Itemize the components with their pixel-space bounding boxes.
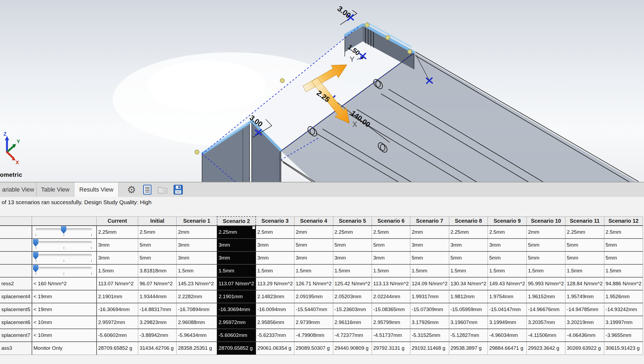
- value-cell[interactable]: 29440.90809 g: [333, 342, 372, 355]
- parameter-slider[interactable]: [36, 265, 92, 277]
- col-header-scenario-11[interactable]: Scenario 11: [565, 217, 604, 226]
- value-cell[interactable]: 3mm: [410, 239, 449, 251]
- value-cell[interactable]: 1.93444mm: [138, 290, 177, 303]
- value-cell[interactable]: -15.04147mm: [488, 303, 527, 316]
- slider-thumb[interactable]: [33, 265, 38, 272]
- value-cell[interactable]: -4.96034mm: [488, 329, 527, 342]
- save-floppy-icon[interactable]: [172, 183, 184, 196]
- value-cell[interactable]: 3.19997mm: [604, 316, 643, 329]
- value-cell[interactable]: -5.60602mm: [97, 329, 138, 342]
- value-cell[interactable]: 2mm: [177, 226, 217, 239]
- value-cell[interactable]: -15.08365mm: [372, 303, 410, 316]
- value-cell[interactable]: 29192.11468 g: [410, 342, 449, 355]
- constraint-cell[interactable]: < 10mm: [32, 316, 97, 329]
- constraint-cell[interactable]: < 19mm: [32, 303, 97, 316]
- value-cell[interactable]: 3mm: [97, 251, 138, 264]
- value-cell[interactable]: 95.993 N/mm^2: [526, 277, 565, 290]
- value-cell[interactable]: 3.19607mm: [449, 316, 488, 329]
- slider-thumb[interactable]: [33, 239, 38, 247]
- value-cell[interactable]: 3.19949mm: [488, 316, 527, 329]
- value-cell[interactable]: -4.06436mm: [565, 329, 604, 342]
- selected-scenario-cell[interactable]: 2.95972mm: [217, 316, 256, 329]
- value-cell[interactable]: -3.88942mm: [138, 329, 177, 342]
- value-cell[interactable]: 1.5mm: [333, 264, 372, 277]
- value-cell[interactable]: 5mm: [565, 251, 604, 264]
- value-cell[interactable]: 5mm: [604, 239, 643, 251]
- value-cell[interactable]: 30615.91423 g: [604, 342, 643, 355]
- value-cell[interactable]: -15.23603mm: [333, 303, 372, 316]
- value-cell[interactable]: 2.25mm: [97, 226, 138, 239]
- selected-scenario-cell[interactable]: -16.30694mm: [217, 303, 256, 316]
- value-cell[interactable]: 2.5mm: [604, 226, 643, 239]
- value-cell[interactable]: 1.5mm: [177, 264, 217, 277]
- value-cell[interactable]: 94.886 N/mm^2: [604, 277, 643, 290]
- value-cell[interactable]: -15.54407mm: [294, 303, 333, 316]
- value-cell[interactable]: 149.43 N/mm^2: [488, 277, 527, 290]
- value-cell[interactable]: 5mm: [372, 239, 410, 251]
- slider-track[interactable]: [36, 241, 92, 243]
- value-cell[interactable]: 5mm: [526, 251, 565, 264]
- report-icon[interactable]: [141, 183, 153, 196]
- value-cell[interactable]: 3mm: [256, 251, 294, 264]
- value-cell[interactable]: 3mm: [372, 251, 410, 264]
- constraint-cell[interactable]: < 19mm: [32, 290, 97, 303]
- row-label-empty[interactable]: [0, 251, 32, 264]
- value-cell[interactable]: 3.81818mm: [138, 264, 177, 277]
- value-cell[interactable]: 5mm: [604, 251, 643, 264]
- value-cell[interactable]: 113.07 N/mm^2: [97, 277, 138, 290]
- col-header-scenario-5[interactable]: Scenario 5: [333, 217, 372, 226]
- value-cell[interactable]: -14.94785mm: [565, 303, 604, 316]
- value-cell[interactable]: -14.93242mm: [604, 303, 643, 316]
- row-label-empty[interactable]: [0, 239, 32, 251]
- value-cell[interactable]: 2.5mm: [488, 226, 527, 239]
- parameter-slider[interactable]: [36, 226, 92, 238]
- parameter-slider[interactable]: [36, 252, 92, 264]
- value-cell[interactable]: 3mm: [256, 239, 294, 251]
- value-cell[interactable]: -14.88317mm: [138, 303, 177, 316]
- col-header-scenario-7[interactable]: Scenario 7: [410, 217, 449, 226]
- value-cell[interactable]: 3.17926mm: [410, 316, 449, 329]
- value-cell[interactable]: 29884.66471 g: [488, 342, 527, 355]
- export-folder-icon[interactable]: [157, 183, 169, 196]
- value-cell[interactable]: 5mm: [565, 239, 604, 251]
- value-cell[interactable]: -5.62337mm: [256, 329, 294, 342]
- value-cell[interactable]: 2mm: [410, 226, 449, 239]
- selected-scenario-cell[interactable]: 2.1901mm: [217, 290, 256, 303]
- value-cell[interactable]: 1.5mm: [565, 264, 604, 277]
- value-cell[interactable]: 29089.50307 g: [294, 342, 333, 355]
- col-header-scenario-8[interactable]: Scenario 8: [449, 217, 488, 226]
- value-cell[interactable]: 2.09195mm: [294, 290, 333, 303]
- col-header-scenario-3[interactable]: Scenario 3: [256, 217, 294, 226]
- value-cell[interactable]: 1.5mm: [372, 264, 410, 277]
- value-cell[interactable]: -16.0094mm: [256, 303, 294, 316]
- value-cell[interactable]: -4.79908mm: [294, 329, 333, 342]
- slider-track[interactable]: [36, 267, 92, 269]
- row-label-ress2[interactable]: ress2: [0, 277, 32, 290]
- value-cell[interactable]: 2.25mm: [565, 226, 604, 239]
- selected-scenario-cell[interactable]: 28709.65852 g: [217, 342, 256, 355]
- value-cell[interactable]: 1.9754mm: [488, 290, 527, 303]
- row-label-ass3[interactable]: ass3: [0, 342, 32, 355]
- parameter-slider-cell[interactable]: [32, 239, 97, 251]
- value-cell[interactable]: 2.5mm: [372, 226, 410, 239]
- value-cell[interactable]: -4.72377mm: [333, 329, 372, 342]
- value-cell[interactable]: 3mm: [177, 239, 217, 251]
- selected-scenario-cell[interactable]: -5.60602mm: [217, 329, 256, 342]
- value-cell[interactable]: 1.95749mm: [565, 290, 604, 303]
- row-label-splacement4[interactable]: splacement4: [0, 290, 32, 303]
- value-cell[interactable]: 113.29 N/mm^2: [256, 277, 294, 290]
- value-cell[interactable]: 96.07 N/mm^2: [138, 277, 177, 290]
- value-cell[interactable]: 2.02244mm: [372, 290, 410, 303]
- value-cell[interactable]: 3mm: [333, 251, 372, 264]
- value-cell[interactable]: -5.31525mm: [410, 329, 449, 342]
- value-cell[interactable]: -3.9655mm: [604, 329, 643, 342]
- value-cell[interactable]: 2.2282mm: [177, 290, 217, 303]
- results-table[interactable]: CurrentInitialScenario 1Scenario 2Scenar…: [0, 216, 643, 355]
- col-header-scenario-10[interactable]: Scenario 10: [526, 217, 565, 226]
- value-cell[interactable]: -14.96676mm: [526, 303, 565, 316]
- value-cell[interactable]: 5mm: [488, 251, 527, 264]
- row-label-empty[interactable]: [0, 264, 32, 277]
- value-cell[interactable]: 5mm: [294, 239, 333, 251]
- value-cell[interactable]: -5.12827mm: [449, 329, 488, 342]
- value-cell[interactable]: -15.07309mm: [410, 303, 449, 316]
